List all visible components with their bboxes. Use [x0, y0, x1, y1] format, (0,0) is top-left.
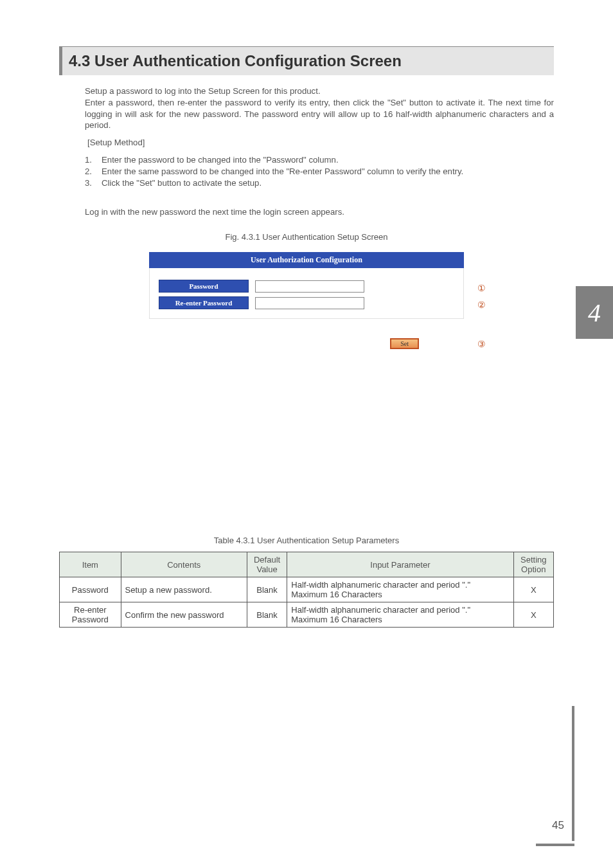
th-item: Item [60, 552, 121, 577]
step-row: 2. Enter the same password to be changed… [85, 167, 554, 176]
td-default: Blank [247, 602, 287, 628]
td-item: Re-enter Password [60, 602, 121, 628]
step-num: 3. [85, 178, 102, 188]
th-setting: Setting Option [513, 552, 553, 577]
td-setting: X [513, 602, 553, 628]
callout-2: ② [477, 300, 486, 310]
table-caption: Table 4.3.1 User Authentication Setup Pa… [0, 536, 613, 545]
td-item: Password [60, 577, 121, 602]
table-row: Re-enter Password Confirm the new passwo… [60, 602, 554, 628]
step-row: 1. Enter the password to be changed into… [85, 155, 554, 165]
reenter-input[interactable] [255, 297, 364, 309]
intro-text: Setup a password to log into the Setup S… [85, 86, 554, 131]
td-default: Blank [247, 577, 287, 602]
callout-3: ③ [477, 339, 486, 349]
th-contents: Contents [121, 552, 247, 577]
step-text: Enter the password to be changed into th… [102, 155, 339, 165]
password-input[interactable] [255, 280, 364, 293]
td-input: Half-width alphanumeric character and pe… [287, 577, 513, 602]
th-input: Input Parameter [287, 552, 513, 577]
figure-caption: Fig. 4.3.1 User Authentication Setup Scr… [0, 232, 613, 242]
steps-list: 1. Enter the password to be changed into… [85, 155, 554, 188]
reenter-row: Re-enter Password [159, 296, 454, 309]
td-input: Half-width alphanumeric character and pe… [287, 602, 513, 628]
intro-line1: Setup a password to log into the Setup S… [85, 86, 321, 96]
set-button-row: Set [149, 319, 464, 349]
panel-title: User Authorization Configuration [149, 252, 464, 268]
screenshot-panel: User Authorization Configuration Passwor… [149, 252, 464, 349]
td-contents: Setup a new password. [121, 577, 247, 602]
footer-corner-rule [572, 706, 574, 841]
td-setting: X [513, 577, 553, 602]
password-label: Password [159, 280, 249, 293]
step-row: 3. Click the "Set" button to activate th… [85, 178, 554, 188]
step-text: Enter the same password to be changed in… [102, 167, 463, 176]
password-row: Password [159, 280, 454, 293]
setup-method-label: [Setup Method] [87, 138, 554, 147]
after-steps-text: Log in with the new password the next ti… [85, 207, 554, 217]
reenter-label: Re-enter Password [159, 296, 249, 309]
intro-line2: Enter a password, then re-enter the pass… [85, 98, 554, 131]
parameters-table: Item Contents Default Value Input Parame… [59, 552, 554, 628]
form-area: Password Re-enter Password [149, 268, 464, 319]
th-default: Default Value [247, 552, 287, 577]
step-num: 2. [85, 167, 102, 176]
page-number: 45 [552, 819, 564, 832]
table-row: Password Setup a new password. Blank Hal… [60, 577, 554, 602]
table-header-row: Item Contents Default Value Input Parame… [60, 552, 554, 577]
section-tab: 4 [576, 286, 613, 339]
step-num: 1. [85, 155, 102, 165]
callout-1: ① [477, 283, 486, 293]
set-button[interactable]: Set [390, 338, 419, 349]
td-contents: Confirm the new password [121, 602, 247, 628]
section-title: 4.3 User Authentication Configuration Sc… [59, 46, 554, 75]
step-text: Click the "Set" button to activate the s… [102, 178, 262, 188]
